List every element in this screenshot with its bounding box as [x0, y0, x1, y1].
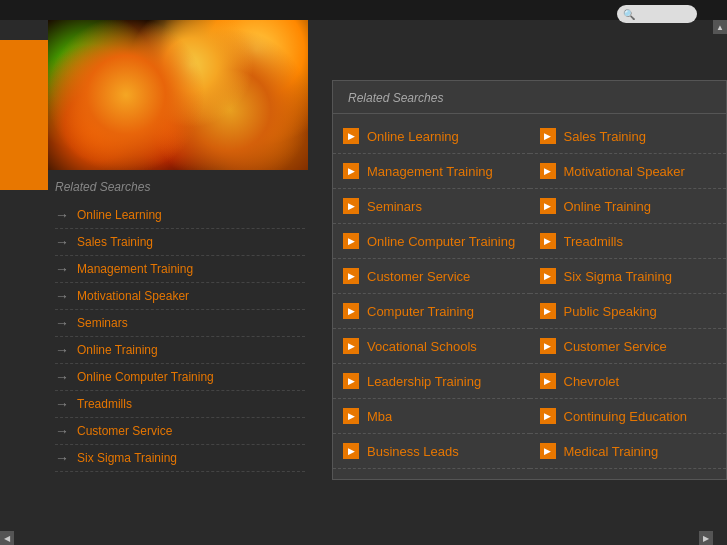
- orange-arrow-icon: ▶: [540, 163, 556, 179]
- scroll-right-button[interactable]: ▶: [699, 531, 713, 545]
- orange-arrow-icon: ▶: [343, 443, 359, 459]
- orange-arrow-icon: ▶: [540, 128, 556, 144]
- right-item-label-left: Management Training: [367, 164, 493, 179]
- left-search-item[interactable]: → Seminars: [55, 310, 305, 337]
- arrow-icon: →: [55, 261, 69, 277]
- left-item-label: Online Computer Training: [77, 370, 214, 384]
- left-related-searches-title: Related Searches: [55, 180, 305, 194]
- left-item-label: Six Sigma Training: [77, 451, 177, 465]
- orange-arrow-icon: ▶: [343, 233, 359, 249]
- related-searches-left: Related Searches → Online Learning → Sal…: [0, 170, 315, 545]
- right-item-label-right: Online Training: [564, 199, 651, 214]
- right-search-item-right[interactable]: ▶ Medical Training: [530, 434, 727, 469]
- right-search-item-right[interactable]: ▶ Sales Training: [530, 119, 727, 154]
- right-item-label-right: Sales Training: [564, 129, 646, 144]
- right-item-label-right: Motivational Speaker: [564, 164, 685, 179]
- scroll-up-button[interactable]: ▲: [713, 20, 727, 34]
- hero-image: [48, 20, 308, 170]
- right-item-label-left: Leadership Training: [367, 374, 481, 389]
- right-item-label-left: Seminars: [367, 199, 422, 214]
- scroll-left-button[interactable]: ◀: [0, 531, 14, 545]
- arrow-icon: →: [55, 288, 69, 304]
- left-item-label: Online Training: [77, 343, 158, 357]
- orange-arrow-icon: ▶: [343, 338, 359, 354]
- top-bar: 🔍: [0, 0, 727, 20]
- left-items-container: → Online Learning → Sales Training → Man…: [55, 202, 305, 472]
- left-item-label: Treadmills: [77, 397, 132, 411]
- right-search-item-right[interactable]: ▶ Six Sigma Training: [530, 259, 727, 294]
- orange-arrow-icon: ▶: [540, 443, 556, 459]
- right-search-item-left[interactable]: ▶ Seminars: [333, 189, 530, 224]
- left-search-item[interactable]: → Treadmills: [55, 391, 305, 418]
- right-item-label-left: Business Leads: [367, 444, 459, 459]
- orange-accent-bar: [0, 40, 48, 190]
- right-search-item-right[interactable]: ▶ Public Speaking: [530, 294, 727, 329]
- right-search-item-left[interactable]: ▶ Customer Service: [333, 259, 530, 294]
- right-item-label-right: Public Speaking: [564, 304, 657, 319]
- right-panel-grid: ▶ Online Learning ▶ Sales Training ▶ Man…: [333, 119, 726, 469]
- left-item-label: Online Learning: [77, 208, 162, 222]
- left-search-item[interactable]: → Customer Service: [55, 418, 305, 445]
- orange-arrow-icon: ▶: [540, 268, 556, 284]
- scroll-track-horizontal: [14, 531, 699, 545]
- arrow-icon: →: [55, 396, 69, 412]
- right-search-item-right[interactable]: ▶ Motivational Speaker: [530, 154, 727, 189]
- left-search-item[interactable]: → Motivational Speaker: [55, 283, 305, 310]
- arrow-icon: →: [55, 315, 69, 331]
- right-search-item-left[interactable]: ▶ Computer Training: [333, 294, 530, 329]
- left-item-label: Seminars: [77, 316, 128, 330]
- right-panel-title: Related Searches: [333, 91, 726, 114]
- right-item-label-left: Customer Service: [367, 269, 470, 284]
- orange-arrow-icon: ▶: [540, 198, 556, 214]
- right-item-label-left: Online Learning: [367, 129, 459, 144]
- left-search-item[interactable]: → Sales Training: [55, 229, 305, 256]
- right-item-label-left: Online Computer Training: [367, 234, 515, 249]
- horizontal-scrollbar[interactable]: ◀ ▶: [0, 531, 713, 545]
- orange-arrow-icon: ▶: [540, 233, 556, 249]
- orange-arrow-icon: ▶: [343, 408, 359, 424]
- left-search-item[interactable]: → Online Training: [55, 337, 305, 364]
- right-search-item-right[interactable]: ▶ Treadmills: [530, 224, 727, 259]
- arrow-icon: →: [55, 207, 69, 223]
- arrow-icon: →: [55, 369, 69, 385]
- right-search-item-left[interactable]: ▶ Online Computer Training: [333, 224, 530, 259]
- right-search-item-left[interactable]: ▶ Leadership Training: [333, 364, 530, 399]
- right-search-item-right[interactable]: ▶ Customer Service: [530, 329, 727, 364]
- search-icon: 🔍: [623, 9, 635, 20]
- left-item-label: Motivational Speaker: [77, 289, 189, 303]
- right-search-item-left[interactable]: ▶ Online Learning: [333, 119, 530, 154]
- right-search-item-left[interactable]: ▶ Vocational Schools: [333, 329, 530, 364]
- right-search-item-right[interactable]: ▶ Chevrolet: [530, 364, 727, 399]
- orange-arrow-icon: ▶: [540, 373, 556, 389]
- left-search-item[interactable]: → Management Training: [55, 256, 305, 283]
- right-item-label-right: Continuing Education: [564, 409, 688, 424]
- left-search-item[interactable]: → Six Sigma Training: [55, 445, 305, 472]
- right-search-item-left[interactable]: ▶ Management Training: [333, 154, 530, 189]
- arrow-icon: →: [55, 423, 69, 439]
- left-item-label: Management Training: [77, 262, 193, 276]
- main-area: Related Searches → Online Learning → Sal…: [0, 20, 727, 545]
- orange-arrow-icon: ▶: [343, 303, 359, 319]
- left-search-item[interactable]: → Online Learning: [55, 202, 305, 229]
- right-item-label-right: Chevrolet: [564, 374, 620, 389]
- orange-arrow-icon: ▶: [343, 268, 359, 284]
- right-item-label-right: Treadmills: [564, 234, 623, 249]
- left-search-item[interactable]: → Online Computer Training: [55, 364, 305, 391]
- right-item-label-right: Customer Service: [564, 339, 667, 354]
- left-item-label: Customer Service: [77, 424, 172, 438]
- right-item-label-left: Mba: [367, 409, 392, 424]
- right-search-item-left[interactable]: ▶ Business Leads: [333, 434, 530, 469]
- orange-arrow-icon: ▶: [540, 338, 556, 354]
- right-search-item-left[interactable]: ▶ Mba: [333, 399, 530, 434]
- right-panel: Related Searches ▶ Online Learning ▶ Sal…: [332, 80, 727, 480]
- right-search-item-right[interactable]: ▶ Online Training: [530, 189, 727, 224]
- orange-arrow-icon: ▶: [540, 303, 556, 319]
- right-search-item-right[interactable]: ▶ Continuing Education: [530, 399, 727, 434]
- arrow-icon: →: [55, 450, 69, 466]
- orange-arrow-icon: ▶: [343, 198, 359, 214]
- right-item-label-right: Medical Training: [564, 444, 659, 459]
- orange-arrow-icon: ▶: [343, 373, 359, 389]
- right-item-label-right: Six Sigma Training: [564, 269, 672, 284]
- orange-arrow-icon: ▶: [540, 408, 556, 424]
- arrow-icon: →: [55, 342, 69, 358]
